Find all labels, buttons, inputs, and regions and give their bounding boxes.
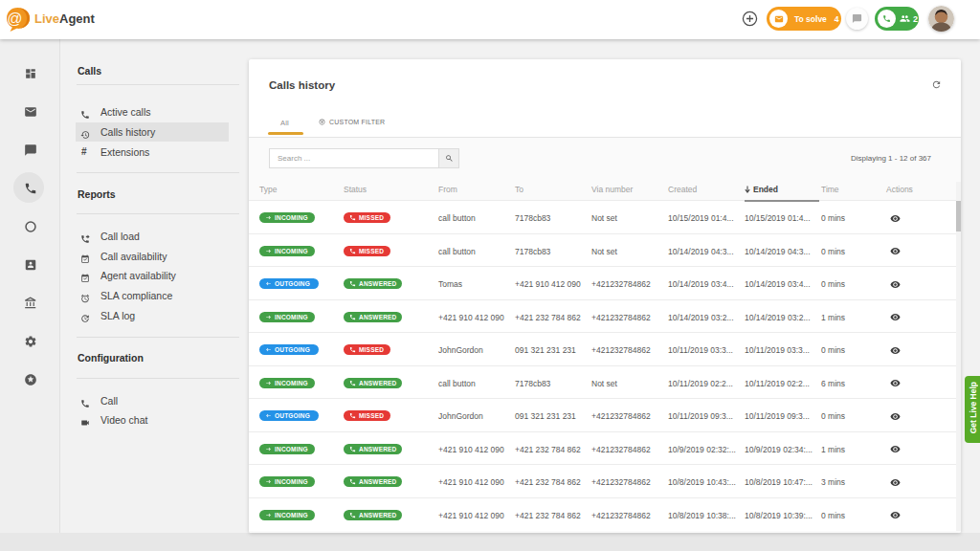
- svg-text:@: @: [7, 11, 22, 27]
